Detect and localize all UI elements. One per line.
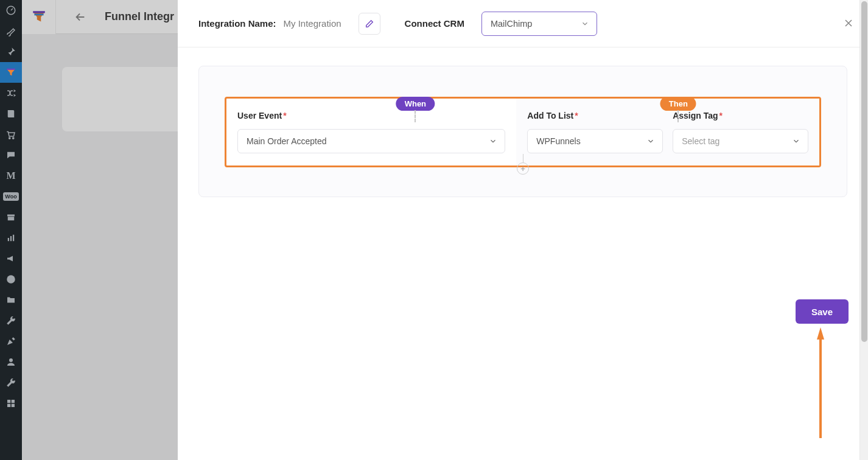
required-marker: * (575, 111, 578, 120)
save-button[interactable]: Save (796, 299, 849, 324)
assign-tag-select[interactable]: Select tag (673, 129, 808, 153)
crm-select[interactable]: MailChimp (481, 12, 597, 36)
wp-admin-sidebar: M Woo (0, 0, 22, 460)
user-event-field: User Event* Main Order Accepted (237, 111, 505, 153)
sidebar-megaphone[interactable] (0, 248, 22, 269)
sidebar-funnels[interactable] (0, 62, 22, 83)
sidebar-folder[interactable] (0, 290, 22, 310)
user-event-select[interactable]: Main Order Accepted (237, 129, 505, 153)
add-to-list-label: Add To List* (527, 111, 663, 120)
when-pill: When (396, 97, 435, 111)
svg-rect-7 (13, 235, 14, 242)
then-stem (677, 110, 679, 122)
svg-rect-4 (8, 217, 15, 220)
sidebar-dashboard[interactable] (0, 0, 22, 21)
svg-point-2 (13, 138, 14, 139)
close-icon (842, 17, 855, 29)
archive-icon (5, 212, 16, 223)
assign-tag-field: Assign Tag* Select tag (673, 111, 808, 153)
sidebar-user[interactable] (0, 352, 22, 372)
book-icon (5, 108, 16, 119)
required-marker: * (283, 111, 286, 120)
panel-body: When Then User Event* Main Order Accepte… (178, 47, 868, 460)
megaphone-icon (5, 253, 16, 264)
assign-tag-label: Assign Tag* (673, 111, 808, 120)
widgets-icon (5, 398, 16, 409)
when-stem (415, 110, 416, 122)
chevron-down-icon (581, 19, 589, 28)
svg-rect-12 (7, 404, 10, 407)
svg-marker-17 (817, 327, 824, 340)
required-marker: * (719, 111, 723, 120)
pin-icon (5, 46, 16, 57)
sidebar-woo[interactable]: Woo (0, 186, 22, 207)
close-button[interactable] (842, 17, 855, 29)
svg-rect-5 (8, 238, 9, 241)
tools-icon (5, 377, 16, 388)
add-stub-line (523, 154, 523, 162)
annotation-arrow (817, 327, 824, 438)
crm-selected-value: MailChimp (491, 19, 533, 29)
then-pill: Then (660, 97, 696, 111)
add-to-list-field: Add To List* WPFunnels (527, 111, 663, 153)
integration-name-value: My Integration (284, 18, 341, 29)
brush-icon (5, 26, 16, 37)
nib-icon (5, 336, 16, 347)
folder-icon (5, 294, 16, 305)
funnel-icon (5, 67, 16, 78)
add-rule-button[interactable]: + (517, 154, 529, 175)
svg-point-8 (7, 275, 15, 284)
svg-rect-13 (12, 404, 15, 407)
sidebar-archive[interactable] (0, 207, 22, 228)
sidebar-widgets[interactable] (0, 393, 22, 414)
scrollbar-thumb[interactable] (861, 1, 867, 342)
panel-header: Integration Name: My Integration Connect… (178, 0, 868, 47)
chevron-down-icon (792, 137, 800, 145)
integration-panel: Integration Name: My Integration Connect… (178, 0, 868, 460)
integration-name-label: Integration Name: (198, 18, 276, 29)
sidebar-elementor[interactable] (0, 269, 22, 290)
user-icon (5, 357, 16, 368)
shuffle-icon (5, 88, 16, 99)
edit-name-button[interactable] (359, 13, 380, 35)
cart-icon (5, 129, 16, 140)
bars-icon (5, 232, 16, 243)
sidebar-book[interactable] (0, 103, 22, 124)
wrench-icon (5, 315, 16, 326)
when-column: User Event* Main Order Accepted (226, 99, 516, 166)
sidebar-gift[interactable] (0, 124, 22, 145)
svg-point-1 (9, 138, 10, 139)
connect-crm-label: Connect CRM (405, 18, 464, 29)
svg-point-9 (9, 358, 13, 362)
m-icon: M (6, 170, 15, 181)
sidebar-shuffle[interactable] (0, 83, 22, 103)
vertical-scrollbar[interactable] (859, 0, 868, 460)
sidebar-bars[interactable] (0, 228, 22, 248)
svg-rect-11 (12, 400, 15, 403)
user-event-label: User Event* (237, 111, 505, 120)
add-to-list-value: WPFunnels (536, 136, 580, 146)
sidebar-pin[interactable] (0, 41, 22, 62)
elementor-icon (5, 274, 16, 285)
sidebar-chat[interactable] (0, 145, 22, 166)
rule-card: When Then User Event* Main Order Accepte… (198, 66, 847, 197)
chat-icon (5, 150, 16, 161)
sidebar-appearance[interactable] (0, 21, 22, 41)
add-to-list-select[interactable]: WPFunnels (527, 129, 663, 153)
plus-icon: + (517, 162, 529, 175)
svg-rect-6 (10, 236, 12, 241)
user-event-value: Main Order Accepted (247, 136, 327, 146)
svg-rect-3 (7, 215, 15, 217)
chevron-down-icon (489, 137, 497, 145)
sidebar-nib[interactable] (0, 331, 22, 352)
pencil-icon (365, 19, 374, 29)
assign-tag-placeholder: Select tag (682, 136, 719, 146)
svg-rect-10 (7, 400, 10, 403)
sidebar-m[interactable]: M (0, 166, 22, 186)
sidebar-tools[interactable] (0, 372, 22, 393)
woo-icon: Woo (3, 192, 18, 201)
gauge-icon (5, 5, 16, 16)
sidebar-wrench[interactable] (0, 310, 22, 331)
chevron-down-icon (646, 137, 655, 145)
